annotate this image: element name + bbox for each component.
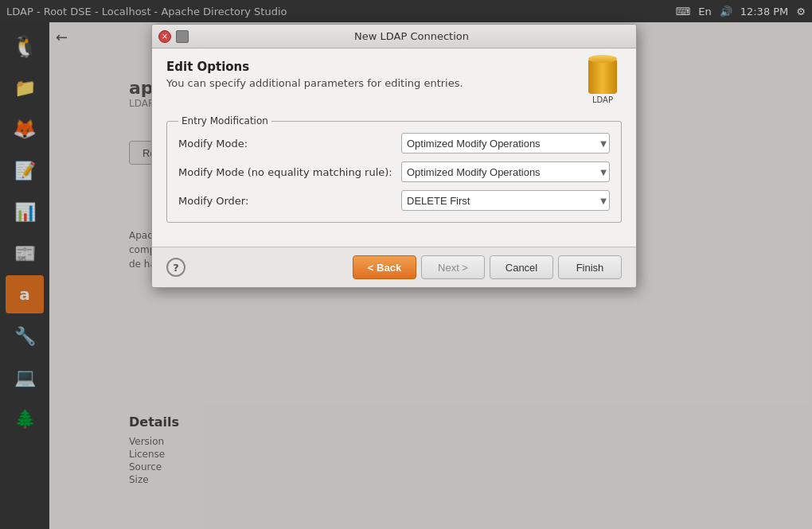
modify-mode-no-equality-select[interactable]: Optimized Modify Operations Always Repla… (401, 161, 610, 182)
dialog-header: Edit Options You can specify additional … (166, 60, 622, 104)
edit-options-title: Edit Options (166, 60, 463, 74)
help-button[interactable]: ? (166, 258, 185, 277)
back-button[interactable]: < Back (353, 255, 416, 279)
footer-left: ? (166, 258, 185, 277)
modify-order-label: Modify Order: (178, 195, 401, 207)
dialog-header-left: Edit Options You can specify additional … (166, 60, 463, 89)
entry-modification-fieldset: Entry Modification Modify Mode: Optimize… (166, 115, 622, 223)
modify-mode-no-equality-label: Modify Mode (no equality matching rule): (178, 166, 401, 178)
dialog-title: New LDAP Connection (193, 30, 630, 42)
modify-mode-row: Modify Mode: Optimized Modify Operations… (178, 133, 610, 154)
dialog-footer: ? < Back Next > Cancel Finish (152, 247, 636, 287)
ldap-cylinder-body (588, 59, 617, 94)
dialog-body: Edit Options You can specify additional … (152, 49, 636, 247)
ldap-icon: LDAP (584, 60, 622, 104)
finish-button[interactable]: Finish (558, 255, 622, 279)
modify-mode-select-wrapper: Optimized Modify Operations Always Repla… (401, 133, 610, 154)
next-button[interactable]: Next > (421, 255, 485, 279)
dialog-overlay: × New LDAP Connection Edit Options You c… (0, 0, 812, 529)
ldap-cylinder-top (588, 55, 617, 63)
dialog-titlebar: × New LDAP Connection (152, 25, 636, 49)
modify-order-select-wrapper: DELETE First ADD First ▼ (401, 190, 610, 211)
modify-mode-no-equality-row: Modify Mode (no equality matching rule):… (178, 161, 610, 182)
modify-mode-no-equality-select-wrapper: Optimized Modify Operations Always Repla… (401, 161, 610, 182)
dialog-close-button[interactable]: × (158, 30, 171, 43)
cancel-button[interactable]: Cancel (490, 255, 553, 279)
modify-mode-label: Modify Mode: (178, 138, 401, 150)
footer-right: < Back Next > Cancel Finish (353, 255, 622, 279)
modify-mode-select[interactable]: Optimized Modify Operations Always Repla… (401, 133, 610, 154)
ldap-label: LDAP (592, 95, 613, 104)
edit-options-desc: You can specify additional parameters fo… (166, 77, 463, 89)
dialog-menu-button[interactable] (176, 30, 189, 43)
modify-order-row: Modify Order: DELETE First ADD First ▼ (178, 190, 610, 211)
fieldset-legend: Entry Modification (178, 115, 271, 126)
modify-order-select[interactable]: DELETE First ADD First (401, 190, 610, 211)
new-ldap-connection-dialog: × New LDAP Connection Edit Options You c… (151, 24, 637, 288)
